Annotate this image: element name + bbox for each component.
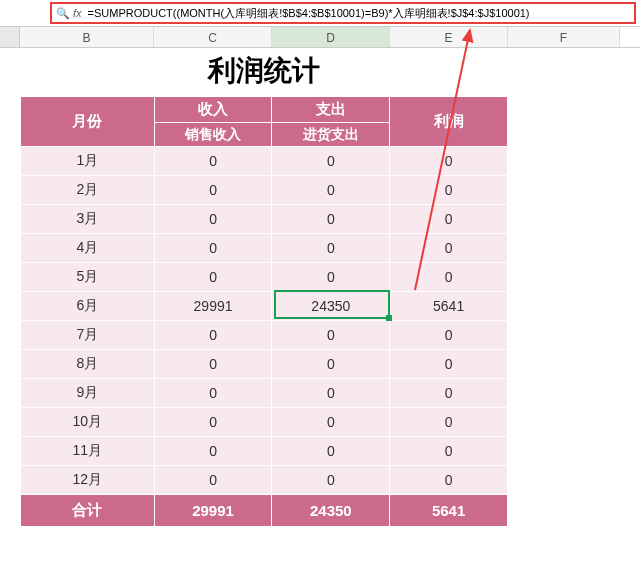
cell-month[interactable]: 5月 (21, 263, 155, 292)
fx-label[interactable]: fx (73, 7, 82, 19)
column-header-C[interactable]: C (154, 27, 272, 47)
table-row: 4月 0 0 0 (21, 234, 508, 263)
cell-expense[interactable]: 0 (272, 350, 390, 379)
cell-income[interactable]: 0 (154, 466, 272, 495)
cell-month[interactable]: 3月 (21, 205, 155, 234)
table-row: 12月 0 0 0 (21, 466, 508, 495)
cell-profit[interactable]: 0 (390, 466, 508, 495)
header-income[interactable]: 收入 (154, 97, 272, 123)
cell-profit[interactable]: 5641 (390, 292, 508, 321)
cell-income[interactable]: 0 (154, 263, 272, 292)
header-expense[interactable]: 支出 (272, 97, 390, 123)
column-header-E[interactable]: E (390, 27, 508, 47)
cell-expense[interactable]: 24350 (272, 292, 390, 321)
cell-expense[interactable]: 0 (272, 263, 390, 292)
table-row: 3月 0 0 0 (21, 205, 508, 234)
cell-profit[interactable]: 0 (390, 263, 508, 292)
cell-income[interactable]: 0 (154, 437, 272, 466)
cell-income[interactable]: 0 (154, 408, 272, 437)
cell-expense[interactable]: 0 (272, 234, 390, 263)
cell-income[interactable]: 0 (154, 147, 272, 176)
cell-income[interactable]: 0 (154, 321, 272, 350)
table-row: 1月 0 0 0 (21, 147, 508, 176)
cell-income[interactable]: 0 (154, 176, 272, 205)
cell-income[interactable]: 0 (154, 205, 272, 234)
cell-profit[interactable]: 0 (390, 350, 508, 379)
select-all-corner[interactable] (0, 27, 20, 47)
cell-income[interactable]: 0 (154, 379, 272, 408)
table-row: 8月 0 0 0 (21, 350, 508, 379)
total-income[interactable]: 29991 (154, 495, 272, 527)
table-row: 5月 0 0 0 (21, 263, 508, 292)
table-row: 9月 0 0 0 (21, 379, 508, 408)
cell-profit[interactable]: 0 (390, 176, 508, 205)
cell-expense[interactable]: 0 (272, 466, 390, 495)
cell-income[interactable]: 0 (154, 234, 272, 263)
header-profit[interactable]: 利润 (390, 97, 508, 147)
header-month[interactable]: 月份 (21, 97, 155, 147)
profit-table: 月份 收入 支出 利润 销售收入 进货支出 1月 0 0 0 2月 0 0 0 … (20, 96, 508, 527)
column-header-D[interactable]: D (272, 27, 390, 47)
cell-profit[interactable]: 0 (390, 234, 508, 263)
cell-income[interactable]: 0 (154, 350, 272, 379)
table-row: 2月 0 0 0 (21, 176, 508, 205)
cell-month[interactable]: 4月 (21, 234, 155, 263)
table-header-row: 月份 收入 支出 利润 (21, 97, 508, 123)
cell-profit[interactable]: 0 (390, 205, 508, 234)
cell-expense[interactable]: 0 (272, 176, 390, 205)
table-row: 11月 0 0 0 (21, 437, 508, 466)
total-profit[interactable]: 5641 (390, 495, 508, 527)
table-total-row: 合计 29991 24350 5641 (21, 495, 508, 527)
table-row: 7月 0 0 0 (21, 321, 508, 350)
cell-profit[interactable]: 0 (390, 408, 508, 437)
cell-month[interactable]: 9月 (21, 379, 155, 408)
cell-expense[interactable]: 0 (272, 147, 390, 176)
column-header-B[interactable]: B (20, 27, 154, 47)
table-row: 10月 0 0 0 (21, 408, 508, 437)
cell-month[interactable]: 7月 (21, 321, 155, 350)
table-row: 6月 29991 24350 5641 (21, 292, 508, 321)
cell-profit[interactable]: 0 (390, 147, 508, 176)
cell-profit[interactable]: 0 (390, 379, 508, 408)
cell-expense[interactable]: 0 (272, 437, 390, 466)
total-expense[interactable]: 24350 (272, 495, 390, 527)
cell-income[interactable]: 29991 (154, 292, 272, 321)
cell-month[interactable]: 12月 (21, 466, 155, 495)
column-headers: B C D E F (0, 26, 640, 48)
cell-month[interactable]: 10月 (21, 408, 155, 437)
cell-expense[interactable]: 0 (272, 408, 390, 437)
cell-expense[interactable]: 0 (272, 379, 390, 408)
cell-month[interactable]: 11月 (21, 437, 155, 466)
header-income-sub[interactable]: 销售收入 (154, 123, 272, 147)
cell-month[interactable]: 6月 (21, 292, 155, 321)
total-label[interactable]: 合计 (21, 495, 155, 527)
search-icon: 🔍 (56, 7, 70, 20)
cell-month[interactable]: 8月 (21, 350, 155, 379)
formula-bar[interactable]: 🔍 fx =SUMPRODUCT((MONTH(入库明细表!$B$4:$B$10… (50, 2, 636, 24)
cell-profit[interactable]: 0 (390, 321, 508, 350)
page-title: 利润统计 (20, 48, 508, 96)
cell-profit[interactable]: 0 (390, 437, 508, 466)
cell-expense[interactable]: 0 (272, 321, 390, 350)
cell-month[interactable]: 1月 (21, 147, 155, 176)
formula-input[interactable]: =SUMPRODUCT((MONTH(入库明细表!$B$4:$B$10001)=… (88, 6, 630, 21)
column-header-F[interactable]: F (508, 27, 620, 47)
cell-month[interactable]: 2月 (21, 176, 155, 205)
cell-expense[interactable]: 0 (272, 205, 390, 234)
header-expense-sub[interactable]: 进货支出 (272, 123, 390, 147)
